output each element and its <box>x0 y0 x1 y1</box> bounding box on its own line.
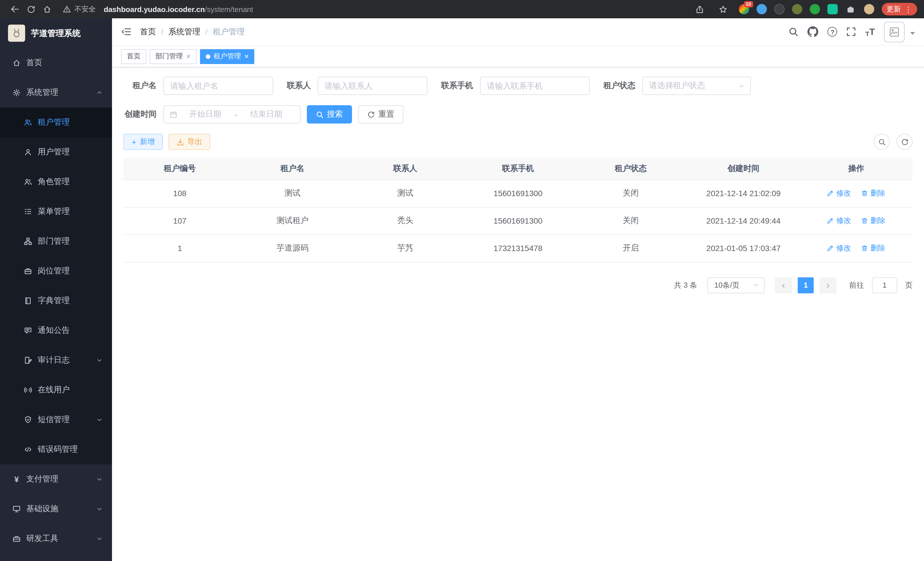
chevron-up-icon <box>96 89 103 96</box>
page-1-button[interactable]: 1 <box>798 277 814 293</box>
github-icon <box>808 26 819 37</box>
close-icon[interactable]: × <box>244 53 249 60</box>
sidebar-item-auditlog[interactable]: 审计日志 <box>0 345 112 375</box>
sidebar-item-menu[interactable]: 菜单管理 <box>0 197 112 226</box>
add-button[interactable]: + 新增 <box>123 134 163 150</box>
sidebar-item-notice[interactable]: 通知公告 <box>0 316 112 345</box>
breadcrumb-home[interactable]: 首页 <box>140 27 156 37</box>
warning-triangle-icon <box>63 5 71 13</box>
sidebar-item-infra[interactable]: 基础设施 <box>0 494 112 524</box>
page-size-select[interactable]: 10条/页 <box>707 277 765 293</box>
pencil-icon <box>827 245 834 252</box>
sidebar-item-role[interactable]: 角色管理 <box>0 167 112 197</box>
sidebar-item-sms[interactable]: 短信管理 <box>0 405 112 435</box>
sidebar-item-home[interactable]: 首页 <box>0 48 112 78</box>
create-time-range-picker[interactable]: 开始日期 - 结束日期 <box>164 105 301 123</box>
header-search-button[interactable] <box>789 27 799 37</box>
sidebar-toggle-button[interactable] <box>121 27 131 37</box>
profile-avatar-icon[interactable] <box>864 4 874 14</box>
sidebar: 芋道管理系统 首页 系统管理 租户管理 用户管理 角色管理 <box>0 18 112 561</box>
cell-id: 108 <box>123 180 236 207</box>
search-button[interactable]: 搜索 <box>307 105 352 123</box>
sidebar-item-system[interactable]: 系统管理 <box>0 78 112 108</box>
breadcrumb: 首页 / 系统管理 / 租户管理 <box>140 27 245 37</box>
next-page-button[interactable]: › <box>819 277 837 293</box>
extension-blue-icon[interactable] <box>756 4 766 14</box>
extensions-puzzle-icon[interactable] <box>845 1 856 17</box>
phone-input[interactable] <box>480 77 590 95</box>
extension-square-icon[interactable] <box>827 4 837 14</box>
reset-button[interactable]: 重置 <box>358 105 404 123</box>
edit-link[interactable]: 修改 <box>827 243 851 253</box>
sidebar-item-user[interactable]: 用户管理 <box>0 137 112 167</box>
sidebar-item-tenant[interactable]: 租户管理 <box>0 108 112 137</box>
edit-link[interactable]: 修改 <box>827 216 851 226</box>
broadcast-icon <box>24 386 32 394</box>
sidebar-item-label: 支付管理 <box>26 474 58 484</box>
refresh-table-button[interactable] <box>897 134 913 150</box>
sidebar-item-label: 租户管理 <box>38 117 70 128</box>
table-row: 107 测试租户 秃头 15601691300 关闭 2021-12-14 20… <box>123 207 913 235</box>
sidebar-item-errorcode[interactable]: 错误码管理 <box>0 435 112 464</box>
cell-name: 芋道源码 <box>236 235 349 262</box>
avatar-caret-icon[interactable] <box>910 32 915 37</box>
yen-icon: ¥ <box>13 475 21 484</box>
cell-contact: 秃头 <box>349 207 462 235</box>
tab-dept[interactable]: 部门管理 × <box>150 49 196 64</box>
extension-green-icon[interactable] <box>809 4 820 14</box>
share-button[interactable] <box>692 1 708 17</box>
toolbox-icon <box>13 535 21 543</box>
date-range-separator: - <box>233 110 238 119</box>
app-logo-row[interactable]: 芋道管理系统 <box>0 18 112 48</box>
extension-dark-icon[interactable] <box>774 4 784 14</box>
extension-colorful-icon[interactable]: 10 <box>739 4 749 14</box>
close-icon[interactable]: × <box>186 53 190 60</box>
export-button[interactable]: 导出 <box>169 134 210 150</box>
show-search-toggle-button[interactable] <box>874 134 890 150</box>
home-button[interactable] <box>39 1 55 17</box>
contact-input[interactable] <box>318 77 428 95</box>
date-start-placeholder[interactable]: 开始日期 <box>177 109 233 120</box>
cell-id: 107 <box>123 207 236 235</box>
update-button[interactable]: 更新 ⋮ <box>881 3 917 15</box>
fullscreen-button[interactable] <box>847 27 856 37</box>
goto-page-input[interactable] <box>872 277 897 293</box>
tab-tenant[interactable]: 租户管理 × <box>200 49 254 64</box>
font-size-button[interactable]: TT <box>866 27 875 37</box>
kebab-menu-icon[interactable]: ⋮ <box>905 5 912 14</box>
status-select[interactable]: 请选择租户状态 <box>642 77 751 95</box>
tags-view-bar: 首页 部门管理 × 租户管理 × <box>112 46 924 68</box>
sidebar-item-label: 短信管理 <box>38 415 70 425</box>
security-label: 不安全 <box>74 4 96 14</box>
plus-icon: + <box>131 138 136 146</box>
date-end-placeholder[interactable]: 结束日期 <box>238 109 294 120</box>
sidebar-item-post[interactable]: 岗位管理 <box>0 256 112 286</box>
list-icon <box>24 208 32 216</box>
back-button[interactable] <box>7 1 23 17</box>
reload-button[interactable] <box>23 1 39 17</box>
bookmark-button[interactable] <box>715 1 731 17</box>
sidebar-item-dept[interactable]: 部门管理 <box>0 226 112 256</box>
user-avatar[interactable] <box>884 21 904 42</box>
tab-home[interactable]: 首页 <box>121 49 146 64</box>
extension-olive-icon[interactable] <box>792 4 802 14</box>
help-button[interactable]: ? <box>828 27 837 37</box>
sidebar-item-pay[interactable]: ¥ 支付管理 <box>0 464 112 494</box>
cell-contact: 芋艿 <box>349 235 462 262</box>
tenant-name-input[interactable] <box>164 77 273 95</box>
delete-link[interactable]: 删除 <box>861 216 885 226</box>
github-link[interactable] <box>808 26 819 37</box>
tab-label: 部门管理 <box>155 51 183 61</box>
delete-link[interactable]: 删除 <box>861 188 885 199</box>
breadcrumb-system[interactable]: 系统管理 <box>168 27 200 37</box>
sidebar-item-devtools[interactable]: 研发工具 <box>0 524 112 553</box>
roles-icon <box>24 178 32 186</box>
refresh-icon <box>901 138 908 146</box>
sidebar-item-dict[interactable]: 字典管理 <box>0 286 112 316</box>
edit-link[interactable]: 修改 <box>827 188 851 199</box>
address-bar[interactable]: dashboard.yudao.iocoder.cn/system/tenant <box>104 5 253 14</box>
delete-link[interactable]: 删除 <box>861 243 885 253</box>
prev-page-button[interactable]: ‹ <box>775 277 792 293</box>
security-chip[interactable]: 不安全 <box>63 4 96 14</box>
sidebar-item-online[interactable]: 在线用户 <box>0 375 112 405</box>
